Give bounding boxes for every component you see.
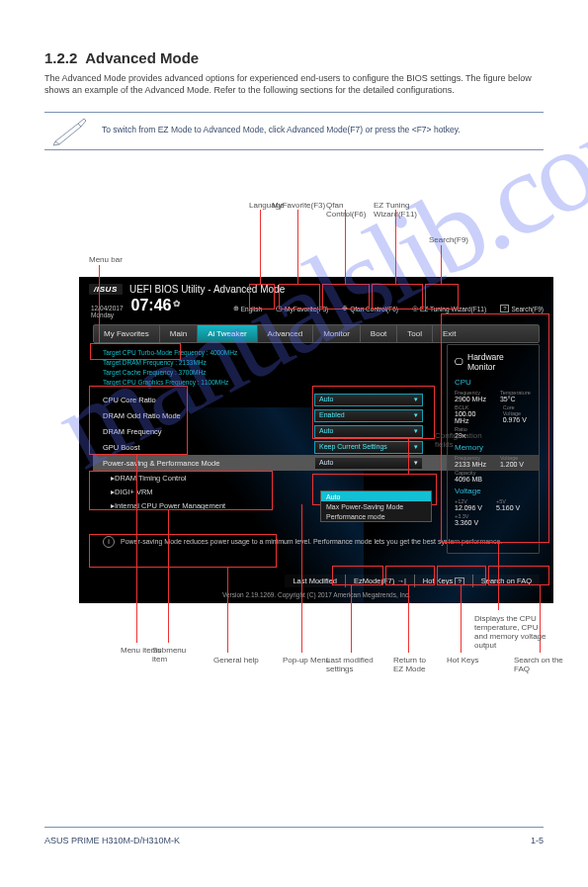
callout-label: Hot Keys — [447, 656, 478, 665]
chevron-down-icon[interactable]: ▾ — [414, 427, 418, 435]
intro-paragraph: The Advanced Mode provides advanced opti… — [44, 72, 544, 96]
topbar-english[interactable]: ⊕ English — [233, 305, 262, 312]
topbar-qfan[interactable]: ❉ Qfan Control(F6) — [342, 305, 398, 312]
footer-left: ASUS PRIME H310M-D/H310M-K — [44, 836, 180, 845]
callout-label: MyFavorite(F3) — [272, 201, 321, 210]
gear-icon[interactable]: ✿ — [173, 299, 181, 309]
topbar-myfav[interactable]: 🖵 MyFavorite(F3) — [276, 306, 328, 312]
callout-label: Return to EZ Mode — [393, 656, 435, 673]
clock: 07:46✿ — [131, 297, 182, 314]
chevron-down-icon[interactable]: ▾ — [414, 459, 418, 467]
callout-label: Menu bar — [89, 255, 123, 264]
menu-myfavorites[interactable]: My Favorites — [94, 325, 159, 342]
hardware-monitor: 🖵Hardware Monitor CPU Frequency2900 MHzT… — [447, 344, 540, 554]
topbar-search[interactable]: ? Search(F9) — [500, 305, 544, 312]
callout-label: Displays the CPU temperature, CPU and me… — [474, 614, 553, 650]
callout-label: Qfan Control(F6) — [326, 201, 376, 219]
menu-tool[interactable]: Tool — [396, 325, 432, 342]
callout-label: Submenu item — [152, 646, 190, 664]
callout-label: EZ Tuning Wizard(F11) — [374, 201, 448, 219]
info-icon: i — [103, 536, 115, 548]
menu-boot[interactable]: Boot — [360, 325, 396, 342]
note-text: To switch from EZ Mode to Advanced Mode,… — [102, 125, 461, 134]
popup-item[interactable]: Performance mode — [321, 511, 431, 521]
menu-advanced[interactable]: Advanced — [257, 325, 313, 342]
menu-bar: My Favorites Main Ai Tweaker Advanced Mo… — [93, 324, 540, 343]
popup-item[interactable]: Auto — [321, 491, 431, 501]
ezmode-button[interactable]: EzMode(F7) →| — [345, 575, 414, 587]
callout-label: Configuration fields — [435, 431, 480, 449]
menu-aitweaker[interactable]: Ai Tweaker — [197, 325, 256, 342]
section-heading: 1.2.2 Advanced Mode — [44, 49, 544, 66]
bios-title-bar: /ISUS UEFI BIOS Utility - Advanced Mode — [79, 277, 553, 297]
document-page: 1.2.2 Advanced Mode The Advanced Mode pr… — [0, 0, 588, 887]
note-box: To switch from EZ Mode to Advanced Mode,… — [44, 112, 544, 150]
popup-item[interactable]: Max Power-Saving Mode — [321, 501, 431, 511]
menu-main[interactable]: Main — [159, 325, 197, 342]
callout-label: Search(F9) — [429, 235, 468, 244]
footer-rule — [44, 827, 544, 828]
topbar-ezwizard[interactable]: ◎ EZ Tuning Wizard(F11) — [412, 305, 486, 312]
chevron-down-icon[interactable]: ▾ — [414, 411, 418, 419]
hotkeys-button[interactable]: Hot Keys ? — [414, 575, 472, 587]
callout-label: Pop-up Menu — [283, 656, 330, 665]
popup-menu: Auto Max Power-Saving Mode Performance m… — [320, 490, 432, 522]
pen-icon — [50, 117, 92, 146]
monitor-icon: 🖵 — [455, 357, 463, 367]
menu-exit[interactable]: Exit — [432, 325, 465, 342]
menu-monitor[interactable]: Monitor — [312, 325, 360, 342]
search-faq-button[interactable]: Search on FAQ — [472, 575, 540, 587]
callout-label: Search on the FAQ — [514, 656, 563, 673]
chevron-down-icon[interactable]: ▾ — [414, 396, 418, 403]
chevron-down-icon[interactable]: ▾ — [414, 443, 418, 451]
last-modified-button[interactable]: Last Modified — [285, 575, 345, 587]
brand-badge: /ISUS — [89, 284, 123, 295]
bottom-toolbar: Last Modified EzMode(F7) →| Hot Keys ? S… — [285, 575, 540, 587]
bios-title: UEFI BIOS Utility - Advanced Mode — [129, 284, 285, 295]
callout-label: General help — [213, 656, 259, 665]
date-col: 12/04/2017 Monday — [91, 305, 124, 318]
callout-label: Last modified settings — [326, 656, 376, 673]
bios-version-footer: Version 2.19.1269. Copyright (C) 2017 Am… — [79, 591, 553, 598]
bios-screenshot: /ISUS UEFI BIOS Utility - Advanced Mode … — [79, 277, 553, 603]
footer-right: 1-5 — [531, 836, 544, 845]
